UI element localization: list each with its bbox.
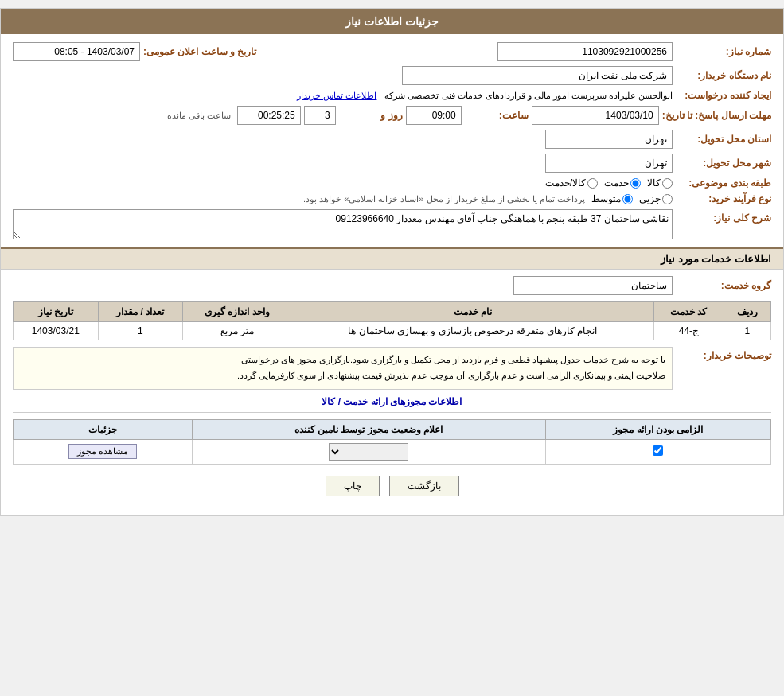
description-label: شرح کلی نیاز: <box>676 209 771 224</box>
row-province: استان محل تحویل: <box>13 130 771 149</box>
row-buyer: نام دستگاه خریدار: <box>13 66 771 85</box>
cell-qty: 1 <box>98 322 182 340</box>
time-label: ساعت: <box>465 110 529 121</box>
creator-contact-link[interactable]: اطلاعات تماس خریدار <box>297 91 376 101</box>
row-process: نوع فرآیند خرید: جزیی متوسط پرداخت تمام … <box>13 193 771 204</box>
city-label: شهر محل تحویل: <box>676 157 771 169</box>
services-table: ردیف کد خدمت نام خدمت واحد اندازه گیری ت… <box>13 301 771 340</box>
buyer-label: نام دستگاه خریدار: <box>676 70 771 81</box>
main-content: شماره نیاز: تاریخ و ساعت اعلان عمومی: نا… <box>1 34 783 515</box>
service-group-input[interactable] <box>513 276 673 295</box>
col-unit: واحد اندازه گیری <box>183 302 291 322</box>
province-input[interactable] <box>545 130 673 149</box>
divider-1 <box>13 412 771 413</box>
cell-code: ج-44 <box>654 322 724 340</box>
announce-input[interactable] <box>13 42 140 61</box>
perm-status-cell: -- <box>192 439 545 464</box>
creator-value: ابوالحسن علیزاده سرپرست امور مالی و قرار… <box>384 91 673 101</box>
days-input[interactable] <box>304 106 336 125</box>
request-number-label: شماره نیاز: <box>676 46 771 57</box>
description-textarea[interactable] <box>13 209 673 239</box>
row-description: شرح کلی نیاز: <box>13 209 771 239</box>
category-kala-khadamat[interactable]: کالا/خدمت <box>545 177 598 189</box>
row-city: شهر محل تحویل: <box>13 154 771 173</box>
permits-table: الزامی بودن ارائه مجوز اعلام وضعیت مجوز … <box>13 419 771 465</box>
cell-name: انجام کارهای متفرقه درخصوص بازسازی و بهس… <box>291 322 654 340</box>
table-row: 1 ج-44 انجام کارهای متفرقه درخصوص بازساز… <box>14 322 771 340</box>
category-kala[interactable]: کالا <box>647 177 673 189</box>
send-date-label: مهلت ارسال پاسخ: تا تاریخ: <box>662 110 771 121</box>
category-khadamat[interactable]: خدمت <box>604 177 641 189</box>
row-request-number: شماره نیاز: تاریخ و ساعت اعلان عمومی: <box>13 42 771 61</box>
print-button[interactable]: چاپ <box>326 476 380 496</box>
page-title: جزئیات اطلاعات نیاز <box>345 15 439 28</box>
announce-label: تاریخ و ساعت اعلان عمومی: <box>143 46 256 57</box>
page-wrapper: جزئیات اطلاعات نیاز شماره نیاز: تاریخ و … <box>0 8 784 516</box>
cell-row: 1 <box>724 322 770 340</box>
days-label: روز و <box>339 110 403 121</box>
cell-date: 1403/03/21 <box>14 322 99 340</box>
remaining-input[interactable] <box>237 106 301 125</box>
perm-col-required: الزامی بودن ارائه مجوز <box>545 419 770 439</box>
row-buyer-notes: توصیحات خریدار: با توجه به شرح خدمات جدو… <box>13 347 771 390</box>
perm-col-details: جزئیات <box>14 419 193 439</box>
perm-required-checkbox[interactable] <box>653 445 663 456</box>
province-label: استان محل تحویل: <box>676 134 771 145</box>
time-input[interactable] <box>406 106 462 125</box>
row-category: طبقه بندی موضوعی: کالا خدمت کالا/خدمت <box>13 177 771 189</box>
page-header: جزئیات اطلاعات نیاز <box>1 9 783 34</box>
col-code: کد خدمت <box>654 302 724 322</box>
process-motavaset[interactable]: متوسط <box>591 193 633 204</box>
buyer-input[interactable] <box>402 66 673 85</box>
process-label: نوع فرآیند خرید: <box>676 193 771 204</box>
perm-status-select[interactable]: -- <box>329 443 408 461</box>
remaining-label: ساعت باقی مانده <box>167 111 231 121</box>
creator-label: ایجاد کننده درخواست: <box>676 90 771 101</box>
buyer-notes-content: با توجه به شرح خدمات جدول پیشنهاد قطعی و… <box>13 347 673 390</box>
perm-col-status: اعلام وضعیت مجوز توسط نامین کننده <box>192 419 545 439</box>
row-send-date: مهلت ارسال پاسخ: تا تاریخ: ساعت: روز و س… <box>13 106 771 125</box>
col-date: تاریخ نیاز <box>14 302 99 322</box>
col-row: ردیف <box>724 302 770 322</box>
cell-unit: متر مربع <box>183 322 291 340</box>
bottom-buttons: بازگشت چاپ <box>13 476 771 496</box>
col-name: نام خدمت <box>291 302 654 322</box>
back-button[interactable]: بازگشت <box>389 476 459 496</box>
services-section-title: اطلاعات خدمات مورد نیاز <box>1 247 783 270</box>
permits-subtitle: اطلاعات مجوزهای ارائه خدمت / کالا <box>13 396 771 407</box>
date-input[interactable] <box>532 106 659 125</box>
perm-required-cell <box>545 439 770 464</box>
process-radio-group: جزیی متوسط <box>591 193 673 204</box>
service-group-label: گروه خدمت: <box>676 280 771 291</box>
view-permit-button[interactable]: مشاهده مجوز <box>68 444 137 459</box>
perm-details-cell: مشاهده مجوز <box>14 439 193 464</box>
permits-row: -- مشاهده مجوز <box>14 439 771 464</box>
city-input[interactable] <box>545 154 673 173</box>
row-creator: ایجاد کننده درخواست: ابوالحسن علیزاده سر… <box>13 90 771 101</box>
buyer-notes-label: توصیحات خریدار: <box>676 347 771 361</box>
category-radio-group: کالا خدمت کالا/خدمت <box>545 177 673 189</box>
request-number-input[interactable] <box>497 42 673 61</box>
process-jozi[interactable]: جزیی <box>639 193 673 204</box>
col-qty: تعداد / مقدار <box>98 302 182 322</box>
row-service-group: گروه خدمت: <box>13 276 771 295</box>
category-label: طبقه بندی موضوعی: <box>676 177 771 189</box>
process-note: پرداخت تمام یا بخشی از مبلغ خریدار از مح… <box>303 194 585 204</box>
